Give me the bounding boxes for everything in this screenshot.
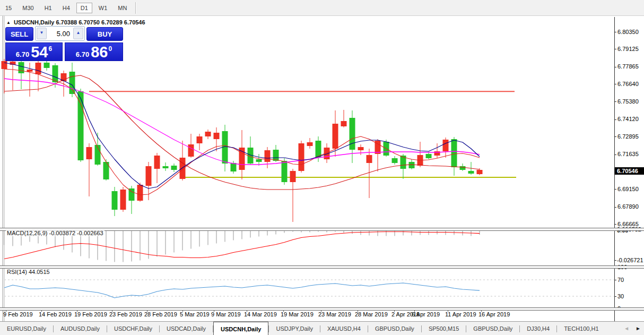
axis-tick [614,119,616,120]
candle-up [392,158,398,163]
date-axis-label: 14 Mar 2019 [244,311,277,317]
price-axis-label: 6.67890 [617,203,639,210]
current-price-tag: 6.70546 [615,167,644,175]
candle-down [477,170,483,174]
candle-up [231,163,237,171]
price-axis-label: 6.79125 [617,46,639,52]
candle-down [307,142,313,146]
tab-scroll-left-icon[interactable]: ◄ [624,326,629,331]
rsi-indicator-label: RSI(14) 44.0515 [6,269,51,275]
candle-up [426,154,432,158]
candle-up [460,166,466,170]
candle-down [299,143,304,171]
axis-tick [614,189,616,190]
candle-down [27,70,33,72]
candle-up [163,166,169,168]
volume-decrease-icon[interactable]: ▼ [37,28,47,39]
macd-axis-label: -0.026721 [617,257,643,263]
price-axis-label: 6.77865 [617,63,639,70]
buy-price-prefix: 6.70 [76,50,89,59]
candle-up [282,161,288,182]
candle-up [350,118,355,150]
date-axis-label: 23 Mar 2019 [318,311,351,317]
candle-down [367,155,372,163]
date-axis-label: 19 Feb 2019 [74,311,107,317]
rsi-line [4,283,480,298]
candle-down [333,124,338,149]
tab-scroll-right-icon[interactable]: ► [636,326,641,331]
price-axis-label: 6.74120 [617,116,639,122]
volume-input[interactable]: 5.00 [48,30,72,38]
buy-price-big: 86 [91,45,108,59]
candle-down [36,63,41,74]
axis-tick [614,49,616,49]
date-axis-label: 23 Feb 2019 [109,311,142,317]
candle-down [214,133,220,139]
date-axis-label: 28 Feb 2019 [144,311,177,317]
candle-down [180,158,186,179]
buy-button[interactable]: BUY [86,27,123,41]
sell-button[interactable]: SELL [5,27,33,41]
axis-tick [614,84,616,84]
collapse-panel-icon[interactable]: ▲ [6,20,11,25]
volume-stepper: ▼ 5.00 ▲ [35,26,85,41]
date-axis-label: 9 Mar 2019 [211,311,241,317]
candle-up [171,166,177,170]
price-axis-label: 6.76640 [617,81,639,87]
candle-down [86,147,92,159]
one-click-trade-panel: SELL ▼ 5.00 ▲ BUY 6.70 54 6 6.70 86 0 [5,26,123,61]
candle-down [154,156,160,169]
axis-tick [614,154,616,155]
candle-down [443,140,449,151]
rsi-axis-label: 70 [617,277,624,283]
candle-up [44,63,50,68]
chart-ohlc-values: 6.70388 6.70750 6.70289 6.70546 [56,19,145,25]
axis-tick [614,207,616,208]
candle-up [78,91,84,160]
date-axis-splitter [0,307,644,311]
axis-tick [614,296,616,297]
buy-price-box[interactable]: 6.70 86 0 [65,42,123,61]
price-axis-label: 6.72895 [617,133,639,140]
candle-down [290,171,296,182]
candle-down [358,147,364,150]
sell-price-big: 54 [31,45,48,59]
volume-increase-icon[interactable]: ▲ [73,28,83,39]
date-axis-label: 6 Apr 2019 [412,311,440,317]
axis-tick [614,260,616,261]
tab-scroll-arrows: ◄► [624,322,641,335]
candle-up [468,171,474,174]
rsi-axis-label: 30 [617,293,624,299]
candle-up [69,72,75,94]
candle-down [137,185,143,201]
axis-tick [614,280,616,280]
candle-up [19,62,24,73]
price-axis-label: 6.75380 [617,98,639,105]
candle-down [188,144,194,157]
candle-down [197,136,203,143]
candle-up [409,162,415,168]
axis-tick [614,101,616,102]
candle-up [273,150,279,161]
date-axis-label: 16 Apr 2019 [478,311,510,317]
candle-down [120,190,126,210]
date-axis-label: 14 Feb 2019 [39,311,72,317]
price-axis-label: 6.71635 [617,151,639,157]
date-axis-label: 11 Apr 2019 [445,311,476,317]
chart-symbol-label: USDCNH,Daily [14,19,54,25]
candle-down [146,166,152,186]
macd-indicator-label: MACD(12,26,9) -0.003872 -0.002663 [6,230,105,236]
candle-down [239,148,245,170]
axis-tick [614,67,616,67]
chart-title: ▲USDCNH,Daily 6.70388 6.70750 6.70289 6.… [6,19,145,25]
price-axis-label: 6.69150 [617,186,639,192]
date-axis-label: 5 Mar 2019 [180,311,210,317]
sell-price-pip: 6 [48,45,52,53]
candle-up [451,139,457,167]
rsi-panel-splitter[interactable] [0,265,644,269]
axis-tick [614,224,616,225]
axis-tick [614,32,616,32]
candle-down [341,121,347,126]
candle-down [2,61,7,69]
sell-price-box[interactable]: 6.70 54 6 [5,42,63,61]
